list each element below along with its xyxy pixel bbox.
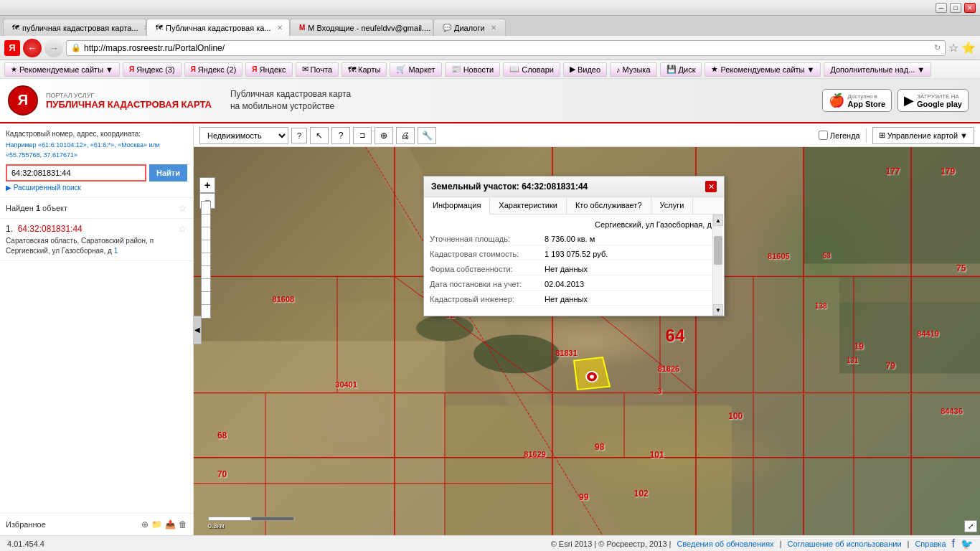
- help-link[interactable]: Справка: [915, 540, 946, 548]
- bookmark-news[interactable]: 📰 Новости: [445, 62, 501, 77]
- manage-map-btn[interactable]: ⊞ Управление картой ▼: [872, 127, 974, 144]
- tab-close-3[interactable]: ✕: [491, 24, 496, 32]
- bookmark-label-1: Яндекс (3): [136, 65, 175, 74]
- popup-tab-chars[interactable]: Характеристики: [490, 197, 567, 214]
- sidebar-collapse-handle[interactable]: ◀: [193, 316, 202, 344]
- bookmark-yandex[interactable]: Я Яндекс: [245, 62, 292, 77]
- ruler-tick-7: [202, 279, 210, 292]
- popup-header: Земельный участок: 64:32:081831:44 ✕: [424, 176, 724, 197]
- scrollbar-down-btn[interactable]: ▼: [713, 304, 723, 316]
- scrollbar-up-btn[interactable]: ▲: [713, 215, 723, 226]
- info-value-area: 8 736.00 кв. м: [545, 235, 595, 243]
- googleplay-badge[interactable]: ▶ ЗАГРУЗИТЕ НА Google play: [897, 89, 969, 112]
- tab-close-1[interactable]: ✕: [277, 24, 283, 32]
- svg-point-30: [586, 372, 598, 382]
- favorite-star-icon[interactable]: ☆: [178, 202, 187, 214]
- twitter-icon[interactable]: 🐦: [961, 538, 973, 550]
- svg-rect-3: [839, 276, 980, 373]
- search-button[interactable]: Найти: [149, 164, 187, 182]
- popup-content: Сергиевский, ул Газосборная, д 1 Уточнен…: [424, 215, 724, 316]
- popup-tabs: Информация Характеристики Кто обслуживае…: [424, 197, 724, 215]
- mobile-text-1: Публичная кадастровая карта: [230, 88, 351, 100]
- updates-link[interactable]: Сведения об обновлениях: [677, 540, 773, 548]
- result-star-icon[interactable]: ☆: [178, 223, 187, 235]
- facebook-icon[interactable]: f: [952, 537, 955, 550]
- url-input[interactable]: [84, 43, 931, 53]
- measure-tool-btn[interactable]: ⊐: [353, 127, 372, 144]
- bookmark-recommended-sites[interactable]: ★ Рекомендуемые сайты ▼: [4, 62, 120, 77]
- bookmark-star-icon[interactable]: ⭐: [961, 41, 976, 55]
- bookmarks-bar: ★ Рекомендуемые сайты ▼ Я Яндекс (3) Я Я…: [0, 60, 980, 79]
- star-icon[interactable]: ☆: [948, 41, 958, 55]
- map-background[interactable]: + − 177 179 75: [194, 147, 980, 535]
- result-item-1[interactable]: 1. 64:32:081831:44 ☆ Саратовская область…: [0, 219, 193, 261]
- legend-checkbox[interactable]: [819, 131, 828, 140]
- bookmark-video[interactable]: ▶ Видео: [563, 62, 607, 77]
- bookmark-more[interactable]: Дополнительные над... ▼: [824, 62, 931, 77]
- tab-0[interactable]: 🗺 публичная кадастровая карта... ✕: [3, 19, 146, 36]
- portal-logo: Я: [7, 85, 39, 116]
- zoom-in-btn[interactable]: +: [199, 177, 215, 193]
- bookmark-dict[interactable]: 📖 Словари: [503, 62, 560, 77]
- result-address: Саратовская область, Саратовский район, …: [6, 236, 187, 256]
- maximize-button[interactable]: □: [950, 3, 961, 13]
- refresh-icon[interactable]: ↻: [934, 43, 941, 52]
- popup-close-btn[interactable]: ✕: [705, 181, 717, 192]
- popup-tab-info[interactable]: Информация: [424, 197, 490, 215]
- popup-tab-service[interactable]: Кто обслуживает?: [567, 197, 651, 214]
- copyright-text: © Esri 2013 | © Росреестр, 2013 |: [551, 540, 672, 548]
- mail-bm-icon: ✉: [302, 65, 308, 74]
- popup-tab-services[interactable]: Услуги: [651, 197, 694, 214]
- status-right: © Esri 2013 | © Росреестр, 2013 | Сведен…: [551, 537, 973, 550]
- ruler-tick-3: [202, 227, 210, 240]
- agreement-link[interactable]: Соглашение об использовании: [787, 540, 901, 548]
- fav-export-icon[interactable]: 📤: [165, 519, 176, 529]
- fav-trash-icon[interactable]: 🗑: [179, 519, 187, 529]
- address-link[interactable]: 1: [114, 247, 118, 255]
- bookmark-music[interactable]: ♪ Музыка: [610, 62, 656, 77]
- search-input[interactable]: [6, 164, 146, 182]
- bookmark-icon-0: ★: [11, 65, 17, 73]
- print-tool-btn[interactable]: 🖨: [396, 127, 415, 144]
- yandex-bm-icon-2: Я: [191, 65, 196, 73]
- expand-btn[interactable]: ⤢: [964, 520, 977, 532]
- fav-folder-icon[interactable]: 📁: [151, 519, 162, 529]
- appstore-badge[interactable]: 🍎 Доступно в App Store: [822, 89, 892, 112]
- dict-bm-icon: 📖: [509, 65, 519, 74]
- map-area[interactable]: Недвижимость ? ↖ ? ⊐ ⊕ 🖨 🔧 Легенда ⊞: [194, 124, 980, 535]
- close-button[interactable]: ✕: [964, 3, 976, 13]
- select-tool-btn[interactable]: ↖: [310, 127, 329, 144]
- bookmark-maps[interactable]: 🗺 Карты: [341, 62, 387, 77]
- svg-marker-10: [574, 357, 610, 390]
- bookmark-yandex-3[interactable]: Я Яндекс (3): [123, 62, 182, 77]
- result-id-link[interactable]: 64:32:081831:44: [18, 224, 83, 234]
- bookmark-market[interactable]: 🛒 Маркет: [390, 62, 441, 77]
- info-tool-btn[interactable]: ?: [331, 127, 350, 144]
- minimize-button[interactable]: ─: [936, 3, 947, 13]
- legend-checkbox-label[interactable]: Легенда: [819, 131, 860, 140]
- tab-1[interactable]: 🗺 Публичная кадастровая ка... ✕: [146, 19, 290, 36]
- bookmark-label-9: Видео: [578, 65, 600, 74]
- help-btn[interactable]: ?: [291, 128, 307, 143]
- tab-label-1: Публичная кадастровая ка...: [166, 24, 271, 32]
- ruler-tick-2: [202, 215, 210, 227]
- layer-tool-btn[interactable]: ⊕: [374, 127, 393, 144]
- popup-scrollbar[interactable]: ▲ ▼: [712, 215, 722, 316]
- property-type-select[interactable]: Недвижимость: [199, 127, 288, 144]
- scrollbar-thumb[interactable]: [714, 236, 722, 265]
- forward-button[interactable]: →: [44, 39, 63, 57]
- top-header: Я ПОРТАЛ УСЛУГ ПУБЛИЧНАЯ КАДАСТРОВАЯ КАР…: [0, 79, 980, 124]
- fav-add-icon[interactable]: ⊕: [141, 519, 149, 529]
- tab-2[interactable]: M M Входящие - neufeldvv@gmail.... ✕: [290, 19, 433, 36]
- settings-tool-btn[interactable]: 🔧: [418, 127, 436, 144]
- bookmark-disk[interactable]: 💾 Диск: [660, 62, 702, 77]
- address-bar: 🔒 ↻: [66, 40, 946, 56]
- advanced-search-link[interactable]: Расширенный поиск: [6, 184, 187, 192]
- tab-3[interactable]: 💬 Диалоги ✕: [433, 19, 506, 36]
- search-row: Найти: [6, 164, 187, 182]
- favorites-icons: ⊕ 📁 📤 🗑: [141, 519, 187, 529]
- back-button[interactable]: ←: [23, 39, 42, 57]
- bookmark-recommended-2[interactable]: ★ Рекомендуемые сайты ▼: [705, 62, 821, 77]
- bookmark-yandex-2[interactable]: Я Яндекс (2): [184, 62, 243, 77]
- bookmark-mail[interactable]: ✉ Почта: [296, 62, 339, 77]
